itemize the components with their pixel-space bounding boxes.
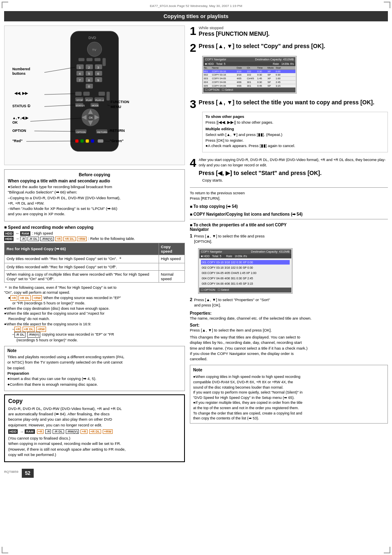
plusrw-badge2: +RW — [103, 429, 113, 434]
sub-step-2-number: 2 — [190, 297, 192, 302]
screen-row-5: 005 COPY 04-06 4/06 301 0:45 SP 3:15 — [203, 84, 295, 88]
table-cell-speed2 — [159, 263, 184, 270]
svg-text:1: 1 — [79, 66, 81, 69]
svg-text:6: 6 — [97, 72, 99, 76]
table-cell-speed1: High speed — [159, 255, 184, 263]
sort-text-press: Press [▲, ▼] to select the item and pres… — [190, 327, 388, 333]
before-copying-title: Before copying — [8, 172, 181, 177]
rdl-badge2: -R DL — [53, 429, 64, 434]
step-1-subtitle: While stopped — [199, 25, 270, 30]
plusrdl-badge2: +R DL — [89, 429, 101, 434]
step-2: 2 Press [▲, ▼] to select "Copy" and pres… — [190, 42, 388, 94]
ram-badge: RAM — [20, 231, 30, 236]
page-container: EA77_87GX.book Page 52 Wednesday, May 30… — [0, 0, 392, 555]
step-4-content: After you start copying DVD-R, DVD-R DL,… — [199, 157, 388, 176]
step-2-number: 2 — [190, 42, 196, 54]
screen-1-col-headers: No. Name Date Ch Time Mode Start — [203, 66, 295, 70]
svg-text:RETURN: RETURN — [97, 131, 107, 134]
svg-text:"Red": "Red" — [12, 139, 23, 143]
screen-row-2: 002 COPY 03-16 3/16 102 0:30 SP 0:30 — [203, 73, 295, 77]
svg-line-69 — [35, 131, 76, 131]
copy-navigator-screen-1: COPY Navigator Destination Capacity: 431… — [202, 56, 297, 94]
copy-navigator-screen-2: COPY Navigator Destination Capacity: 431… — [198, 248, 293, 294]
step-2-main: Press [▲, ▼] to select "Copy" and press … — [199, 42, 325, 50]
screen-1-title: COPY Navigator — [205, 58, 226, 61]
table-cell-rec1: Only titles recorded with "Rec for High … — [5, 255, 159, 263]
screen-1-header: COPY Navigator Destination Capacity: 431… — [203, 57, 295, 62]
r-badge2: -R — [45, 429, 51, 434]
svg-text:8: 8 — [88, 78, 90, 82]
sub-step-2-text: Press [▲, ▼] to select "Properties" or "… — [194, 297, 270, 308]
copy-box: Copy DVD-R, DVD-R DL, DVD-RW (DVD-Video … — [4, 394, 185, 462]
screen-1-footer-select: ☐ Select — [222, 88, 233, 92]
corner-bl — [2, 547, 8, 553]
svg-text:FUNCTION: FUNCTION — [111, 100, 129, 104]
svg-text:RETURN: RETURN — [110, 129, 125, 133]
sort-section: Sort: Press [▲, ▼] to select the item an… — [190, 323, 388, 362]
plusr-badge3: +R — [81, 429, 87, 434]
table-row: Only titles recorded with "Rec for High … — [5, 263, 185, 270]
step-1: 1 While stopped Press [FUNCTION MENU]. — [190, 25, 388, 37]
svg-text:OPTION: OPTION — [12, 129, 26, 133]
screen-2-row3: 003 COPY 04-05 4/05 CH4/5 1:45 XP 1:00 — [201, 271, 290, 275]
svg-text:PLAY: PLAY — [86, 99, 92, 101]
screen-1-footer-option: ☐ OPTION — [205, 88, 219, 92]
table-header-speed: Copy speed — [159, 243, 184, 255]
hdd-badge3: HDD — [8, 429, 18, 434]
step-3-content: Press [▲, ▼] to select the title you wan… — [199, 99, 375, 106]
svg-text:9: 9 — [97, 78, 99, 82]
rwv-badge2: -RW(V) — [66, 429, 79, 434]
remote-image-area: DVD TV 1 2 3 4 — [4, 25, 185, 165]
copy-speed-table: Rec for High Speed Copy (➡ 65) Copy spee… — [4, 243, 185, 283]
svg-rect-28 — [75, 92, 82, 96]
step-3-main: Press [▲, ▼] to select the title you wan… — [199, 99, 375, 106]
ram-badge2: RAM — [25, 429, 35, 434]
svg-rect-53 — [75, 139, 78, 143]
svg-rect-7 — [103, 58, 106, 66]
svg-rect-29 — [83, 92, 90, 96]
properties-title: Properties: — [190, 311, 388, 315]
table-cell-rec2: Only titles recorded with "Rec for High … — [5, 263, 159, 270]
sub-step-2: 2 Press [▲, ▼] to select "Properties" or… — [190, 297, 388, 310]
step-1-content: While stopped Press [FUNCTION MENU]. — [199, 25, 270, 37]
svg-text:Numbered: Numbered — [12, 67, 30, 71]
svg-rect-56 — [91, 139, 94, 143]
svg-text:DVD: DVD — [88, 36, 96, 40]
note-box: Note Titles and playlists recorded using… — [4, 346, 185, 391]
screen-2-footer-select: ☐ Select — [218, 288, 229, 292]
svg-text:TV: TV — [92, 48, 97, 52]
svg-text:7: 7 — [79, 78, 81, 82]
svg-text:OK: OK — [12, 120, 18, 124]
divider1 — [190, 187, 388, 188]
copy-box-description: DVD-R, DVD-R DL, DVD-RW (DVD-Video forma… — [8, 406, 181, 428]
svg-text:STATUS: STATUS — [76, 104, 85, 107]
table-cell-rec3: When making a copy of multiple titles th… — [5, 270, 159, 282]
svg-text:STOP: STOP — [76, 99, 83, 101]
screen-2-capacity: Destination Capacity: 4310MB — [251, 250, 290, 253]
step-4-subtitle: After you start copying DVD-R, DVD-R DL,… — [199, 157, 388, 168]
step-1-main: Press [FUNCTION MENU]. — [199, 30, 270, 37]
screen-row-4: 004 COPY 04-06 4/06 301 0:30 SP 2:45 — [203, 81, 295, 84]
left-column: DVD TV 1 2 3 4 — [4, 25, 185, 478]
sort-text-detail: This changes the way that titles are dis… — [190, 334, 388, 362]
note-right-box: Note ●When copying titles in high speed … — [190, 365, 388, 423]
plusrw-badge: +RW — [77, 237, 87, 241]
svg-rect-6 — [95, 58, 101, 61]
step-3-number: 3 — [190, 99, 196, 110]
right-column: 1 While stopped Press [FUNCTION MENU]. 2… — [190, 25, 388, 478]
speed-title: ■ Speed and recording mode when copying — [4, 225, 185, 230]
main-content: DVD TV 1 2 3 4 — [4, 25, 388, 478]
svg-rect-30 — [99, 92, 105, 96]
bilingual-heading: When copying a title with main and secon… — [8, 179, 181, 183]
before-copying-section: Before copying When copying a title with… — [4, 169, 185, 221]
plusrdl-badge: +R DL — [63, 237, 75, 241]
speed-footnote: ＊ In the following cases, even if "Rec f… — [4, 285, 185, 343]
svg-text:◀◀, ▶▶: ◀◀, ▶▶ — [14, 91, 28, 95]
screen-1-source: ■ HDD Total: 5 — [205, 62, 226, 65]
corner-br — [384, 547, 390, 553]
step-4-main: Press [◀, ▶] to select "Start" and press… — [199, 170, 388, 176]
svg-text:OPTION: OPTION — [76, 131, 85, 134]
svg-rect-54 — [81, 139, 84, 143]
to-stop-copying: ■ To stop copying (➡ 54) — [190, 204, 388, 209]
copy-box-title: Copy — [8, 398, 181, 404]
